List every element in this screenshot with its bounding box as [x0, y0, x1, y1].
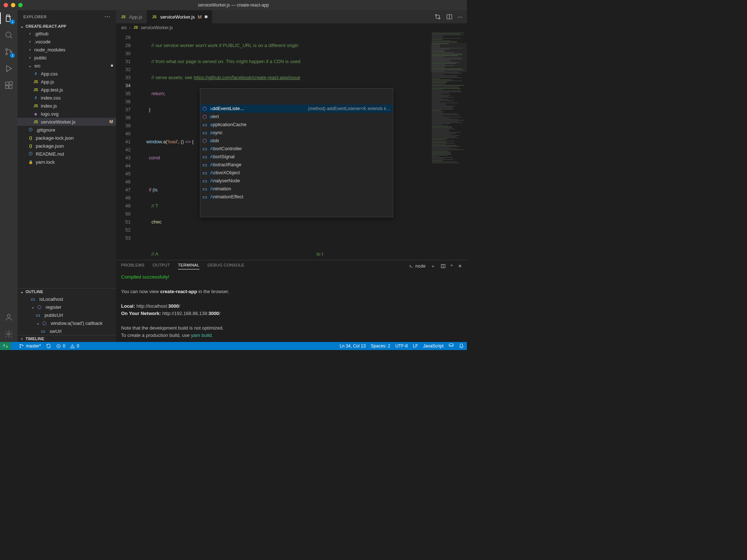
minimize-window-button[interactable] — [11, 3, 15, 7]
file-App.js[interactable]: JSApp.js — [18, 78, 116, 86]
suggest-item[interactable]: ⬡addEventListe…(method) addEventListener… — [200, 105, 393, 113]
suggest-item[interactable]: ⬡alert — [200, 113, 393, 121]
remote-indicator[interactable] — [0, 342, 11, 350]
tree-item-label: .gitignore — [36, 127, 55, 133]
editor-more-icon[interactable]: ⋯ — [458, 14, 462, 20]
sidebar-more-icon[interactable]: ⋯ — [104, 13, 111, 20]
suggest-item[interactable]: ⬡atob — [200, 137, 393, 145]
file-package.json[interactable]: {}package.json — [18, 142, 116, 150]
file-yarn.lock[interactable]: 🔒yarn.lock — [18, 158, 116, 166]
language-mode[interactable]: JavaScript — [423, 343, 444, 349]
brace-file-icon: {} — [28, 143, 34, 149]
outline-label: window.a('load') callback — [51, 320, 102, 326]
folder-node_modules[interactable]: ›node_modules — [18, 46, 116, 54]
activity-debug-icon[interactable] — [4, 63, 14, 74]
eol[interactable]: LF — [413, 343, 418, 349]
outline-item[interactable]: ▭isLocalhost — [18, 295, 116, 303]
tab-serviceWorker.js[interactable]: JSserviceWorker.jsM — [147, 10, 212, 23]
suggest-item[interactable]: ▭AnimationEffect — [200, 193, 393, 201]
editor[interactable]: 2829303132333435363738394041424344454647… — [116, 32, 467, 260]
minimap-viewport[interactable] — [430, 43, 467, 72]
panel-tab-output[interactable]: OUTPUT — [152, 263, 170, 269]
breadcrumb-item[interactable]: src — [121, 25, 127, 30]
cursor-position[interactable]: Ln 34, Col 13 — [340, 343, 365, 349]
bottom-panel: PROBLEMSOUTPUTTERMINALDEBUG CONSOLE node… — [116, 260, 467, 342]
file-index.css[interactable]: #index.css — [18, 94, 116, 102]
method-icon: ⬡ — [42, 320, 46, 326]
split-terminal-icon[interactable] — [441, 264, 446, 269]
activity-bar: 1 1 — [0, 10, 18, 342]
encoding[interactable]: UTF-8 — [395, 343, 408, 349]
folder-.github[interactable]: ›.github — [18, 30, 116, 38]
svg-point-1 — [6, 49, 8, 51]
outline-section[interactable]: ⌄OUTLINE — [18, 288, 116, 295]
maximize-window-button[interactable] — [18, 3, 23, 7]
suggest-signature: (method) addEventListener<K extends k… — [308, 105, 391, 113]
variable-icon: ▭ — [31, 296, 35, 302]
activity-search-icon[interactable] — [4, 30, 14, 40]
close-panel-icon[interactable]: ✕ — [458, 264, 462, 269]
close-window-button[interactable] — [4, 3, 8, 7]
svg-point-2 — [6, 53, 8, 55]
window-controls — [4, 3, 23, 7]
intellisense-popup[interactable]: ⬡addEventListe…(method) addEventListener… — [200, 88, 393, 217]
suggest-item[interactable]: ▭applicationCache — [200, 121, 393, 129]
suggest-item[interactable]: ▭Animation — [200, 185, 393, 193]
problems-indicator[interactable]: 0 0 — [56, 343, 79, 349]
file-App.test.js[interactable]: JSApp.test.js — [18, 86, 116, 94]
indentation[interactable]: Spaces: 2 — [371, 343, 390, 349]
file-logo.svg[interactable]: ◆logo.svg — [18, 110, 116, 118]
file-.gitignore[interactable]: ⓘ.gitignore — [18, 126, 116, 134]
chevron-icon: › — [28, 55, 32, 60]
git-branch[interactable]: master* — [19, 343, 41, 349]
tree-item-label: package.json — [36, 143, 64, 149]
breadcrumb-item[interactable]: serviceWorker.js — [141, 25, 173, 30]
folder-public[interactable]: ›public — [18, 54, 116, 62]
tab-App.js[interactable]: JSApp.js — [116, 10, 147, 23]
panel-tab-problems[interactable]: PROBLEMS — [121, 263, 144, 269]
feedback-icon[interactable] — [449, 343, 454, 349]
suggest-item[interactable]: ▭AbstractRange — [200, 161, 393, 169]
project-root[interactable]: ⌄CREATE-REACT-APP — [18, 23, 116, 30]
file-index.js[interactable]: JSindex.js — [18, 102, 116, 110]
minimap[interactable] — [430, 32, 467, 260]
sync-button[interactable] — [46, 343, 51, 349]
compare-changes-icon[interactable] — [434, 13, 441, 20]
terminal-picker[interactable]: node — [409, 264, 426, 269]
suggest-item[interactable]: ▭AbortSignal — [200, 153, 393, 161]
terminal-output[interactable]: Compiled successfully! You can now view … — [116, 272, 467, 342]
folder-.vscode[interactable]: ›.vscode — [18, 38, 116, 46]
activity-account-icon[interactable] — [4, 312, 14, 322]
code-area[interactable]: // our service worker won't work if PUBL… — [134, 32, 430, 260]
suggest-label: async — [210, 129, 222, 137]
var-icon: ▭ — [202, 193, 207, 201]
window-title: serviceWorker.js — create-react-app — [198, 3, 269, 8]
outline-item[interactable]: ⌄⬡window.a('load') callback — [18, 319, 116, 327]
notifications-icon[interactable] — [459, 343, 464, 349]
file-serviceWorker.js[interactable]: JSserviceWorker.jsM — [18, 118, 116, 126]
var-icon: ▭ — [202, 145, 207, 153]
panel-tab-debug-console[interactable]: DEBUG CONSOLE — [208, 263, 244, 269]
activity-explorer-icon[interactable]: 1 — [4, 13, 14, 23]
new-terminal-icon[interactable]: ＋ — [431, 263, 435, 269]
timeline-section[interactable]: ›TIMELINE — [18, 335, 116, 342]
split-editor-icon[interactable] — [446, 13, 453, 20]
suggest-item[interactable]: ▭AnalyserNode — [200, 177, 393, 185]
outline-item[interactable]: ⌄⬡register — [18, 303, 116, 311]
activity-extensions-icon[interactable] — [4, 80, 14, 90]
maximize-panel-icon[interactable]: ^ — [451, 264, 453, 269]
folder-src[interactable]: ⌄src — [18, 62, 116, 70]
breadcrumb[interactable]: src › JS serviceWorker.js — [116, 23, 467, 32]
chevron-icon: ⌄ — [36, 320, 40, 326]
suggest-item[interactable]: ▭async — [200, 129, 393, 137]
suggest-item[interactable]: ▭AbortController — [200, 145, 393, 153]
outline-item[interactable]: ▭swUrl — [18, 327, 116, 335]
panel-tab-terminal[interactable]: TERMINAL — [178, 263, 200, 269]
suggest-item[interactable]: ▭ActiveXObject — [200, 169, 393, 177]
file-README.md[interactable]: ⓘREADME.md — [18, 150, 116, 158]
file-package-lock.json[interactable]: {}package-lock.json — [18, 134, 116, 142]
file-App.css[interactable]: #App.css — [18, 70, 116, 78]
activity-settings-icon[interactable] — [4, 329, 14, 339]
outline-item[interactable]: ▭publicUrl — [18, 311, 116, 319]
activity-scm-icon[interactable]: 1 — [4, 47, 14, 57]
